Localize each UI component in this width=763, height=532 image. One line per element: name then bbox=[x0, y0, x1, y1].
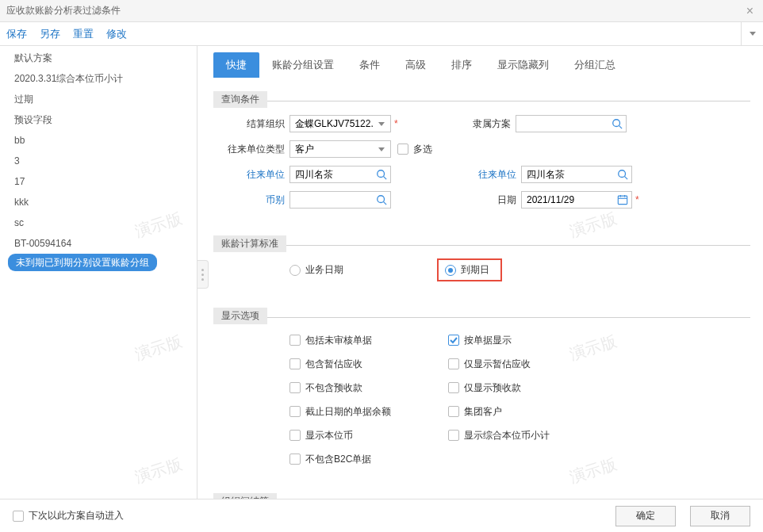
date-input[interactable] bbox=[521, 191, 632, 209]
ok-button[interactable]: 确定 bbox=[615, 506, 676, 526]
radio-icon bbox=[289, 265, 301, 276]
chevron-down-icon[interactable] bbox=[375, 117, 388, 130]
search-icon[interactable] bbox=[375, 193, 388, 206]
radio-icon bbox=[445, 265, 456, 276]
scheme-item-active[interactable]: 未到期已到期分别设置账龄分组 bbox=[8, 254, 157, 271]
modify-button[interactable]: 修改 bbox=[106, 27, 127, 41]
multi-select-checkbox[interactable]: 多选 bbox=[397, 143, 432, 156]
tab-condition[interactable]: 条件 bbox=[347, 52, 393, 78]
save-as-button[interactable]: 另存 bbox=[40, 27, 60, 41]
svg-line-3 bbox=[384, 177, 387, 180]
svg-point-2 bbox=[378, 170, 385, 178]
scheme-sidebar: 默认方案 2020.3.31综合本位币小计 过期 预设字段 bb 3 17 kk… bbox=[0, 46, 197, 499]
svg-line-5 bbox=[625, 177, 628, 180]
section-title: 显示选项 bbox=[213, 308, 267, 324]
tab-quick[interactable]: 快捷 bbox=[213, 52, 259, 78]
search-icon[interactable] bbox=[375, 168, 388, 181]
unit-label-2: 往来单位 bbox=[451, 168, 521, 182]
close-icon[interactable]: × bbox=[743, 4, 757, 18]
chevron-down-icon[interactable] bbox=[375, 143, 388, 155]
unit-input-2[interactable] bbox=[521, 166, 632, 183]
svg-point-6 bbox=[378, 196, 385, 203]
scheme-item[interactable]: sc bbox=[0, 212, 197, 233]
auto-enter-label: 下次以此方案自动进入 bbox=[29, 509, 124, 522]
content-area: 快捷 账龄分组设置 条件 高级 排序 显示隐藏列 分组汇总 查询条件 结算组织 bbox=[197, 46, 763, 499]
toolbar-dropdown[interactable] bbox=[741, 22, 763, 46]
cb-only-prepay[interactable]: 仅显示预收款 bbox=[448, 381, 608, 395]
cb-exclude-b2c[interactable]: 不包含B2C单据 bbox=[289, 453, 434, 466]
cb-include-unapproved[interactable]: 包括未审核单据 bbox=[289, 334, 434, 347]
cb-show-base[interactable]: 显示本位币 bbox=[289, 429, 434, 442]
search-icon[interactable] bbox=[616, 168, 629, 181]
tab-aging-group[interactable]: 账龄分组设置 bbox=[259, 52, 347, 78]
cb-exclude-prepay[interactable]: 不包含预收款 bbox=[289, 381, 434, 395]
svg-rect-8 bbox=[618, 196, 627, 205]
tab-advanced[interactable]: 高级 bbox=[393, 52, 439, 78]
checkbox-icon bbox=[13, 511, 24, 522]
cb-label: 集团客户 bbox=[464, 405, 502, 419]
org-label: 结算组织 bbox=[220, 117, 289, 131]
scheme-item[interactable]: bb bbox=[0, 130, 197, 151]
scheme-item[interactable]: 17 bbox=[0, 171, 197, 192]
cb-label: 按单据显示 bbox=[464, 334, 512, 347]
cb-show-comp-base[interactable]: 显示综合本位币小计 bbox=[448, 429, 608, 442]
required-mark: * bbox=[394, 118, 398, 129]
scheme-item[interactable]: 3 bbox=[0, 151, 197, 171]
section-aging-standard: 账龄计算标准 业务日期 到期日 bbox=[213, 228, 750, 293]
cb-by-doc[interactable]: 按单据显示 bbox=[448, 334, 608, 347]
scheme-input[interactable] bbox=[516, 115, 627, 132]
scheme-item[interactable]: 预设字段 bbox=[0, 109, 197, 130]
scheme-item[interactable]: 默认方案 bbox=[0, 48, 197, 68]
section-title: 查询条件 bbox=[213, 91, 267, 108]
cb-only-temp-recv[interactable]: 仅显示暂估应收 bbox=[448, 358, 608, 371]
unit-type-label: 往来单位类型 bbox=[220, 143, 289, 156]
chevron-down-icon bbox=[750, 32, 756, 36]
cb-group-customer[interactable]: 集团客户 bbox=[448, 405, 608, 419]
currency-label: 币别 bbox=[220, 193, 289, 207]
radio-label: 到期日 bbox=[461, 263, 489, 277]
radio-label: 业务日期 bbox=[305, 263, 343, 277]
radio-business-date[interactable]: 业务日期 bbox=[289, 263, 343, 277]
cb-label: 显示综合本位币小计 bbox=[464, 429, 550, 442]
scheme-item[interactable]: kkk bbox=[0, 192, 197, 212]
svg-line-7 bbox=[384, 202, 387, 205]
multi-select-label: 多选 bbox=[413, 143, 432, 156]
section-title: 账龄计算标准 bbox=[213, 235, 286, 252]
toolbar: 保存 另存 重置 修改 bbox=[0, 22, 763, 46]
scheme-label: 隶属方案 bbox=[446, 117, 516, 131]
cb-label: 不包含预收款 bbox=[305, 381, 362, 395]
cb-cutoff-balance[interactable]: 截止日期的单据余额 bbox=[289, 405, 434, 419]
cb-include-temp-recv[interactable]: 包含暂估应收 bbox=[289, 358, 434, 371]
section-inter-org: 组织间结算 外部结算 内部结算 会计核算体系 bbox=[213, 486, 750, 499]
cb-label: 包括未审核单据 bbox=[305, 334, 372, 347]
calendar-icon[interactable] bbox=[616, 193, 629, 206]
section-display-options: 显示选项 包括未审核单据 按单据显示 包含暂估应收 仅显示暂估应收 不包含预收款… bbox=[213, 300, 750, 478]
scheme-item[interactable]: BT-00594164 bbox=[0, 233, 197, 254]
reset-button[interactable]: 重置 bbox=[73, 27, 94, 41]
cb-label: 截止日期的单据余额 bbox=[305, 405, 391, 419]
cb-label: 仅显示暂估应收 bbox=[464, 358, 531, 371]
scheme-item[interactable]: 过期 bbox=[0, 89, 197, 109]
footer: 下次以此方案自动进入 确定 取消 bbox=[0, 499, 763, 532]
section-query: 查询条件 结算组织 * 隶属方案 bbox=[213, 84, 750, 220]
search-icon[interactable] bbox=[611, 117, 623, 130]
tab-bar: 快捷 账龄分组设置 条件 高级 排序 显示隐藏列 分组汇总 bbox=[213, 52, 750, 78]
cancel-button[interactable]: 取消 bbox=[690, 506, 750, 526]
tab-sort[interactable]: 排序 bbox=[439, 52, 485, 78]
cb-label: 显示本位币 bbox=[305, 429, 353, 442]
svg-line-1 bbox=[619, 126, 622, 129]
cb-label: 仅显示预收款 bbox=[464, 381, 521, 395]
cb-auto-enter[interactable]: 下次以此方案自动进入 bbox=[13, 509, 124, 522]
date-label: 日期 bbox=[451, 193, 521, 207]
radio-due-date[interactable]: 到期日 bbox=[445, 263, 489, 277]
highlighted-option: 到期日 bbox=[437, 258, 502, 281]
tab-group-summary[interactable]: 分组汇总 bbox=[562, 52, 628, 78]
required-mark: * bbox=[635, 194, 639, 205]
scheme-item[interactable]: 2020.3.31综合本位币小计 bbox=[0, 68, 197, 89]
svg-point-4 bbox=[619, 170, 626, 178]
save-button[interactable]: 保存 bbox=[6, 27, 27, 41]
unit-label: 往来单位 bbox=[220, 168, 289, 182]
cb-label: 包含暂估应收 bbox=[305, 358, 362, 371]
tab-columns[interactable]: 显示隐藏列 bbox=[485, 52, 562, 78]
title-bar: 应收款账龄分析表过滤条件 × bbox=[0, 0, 763, 22]
